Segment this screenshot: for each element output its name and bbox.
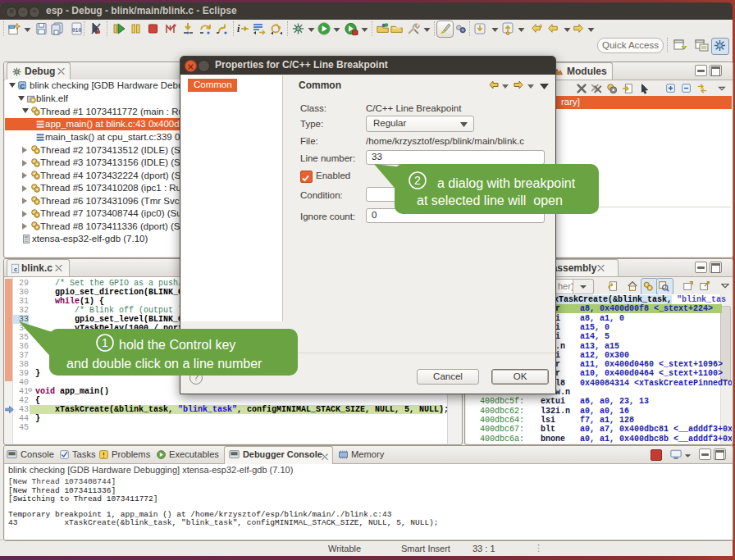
svg-text:010: 010 — [72, 28, 82, 34]
svg-text:and double click on a line num: and double click on a line number — [66, 357, 262, 371]
svg-text:hold the Control key: hold the Control key — [119, 338, 235, 352]
svg-text:a dialog with breakpoint: a dialog with breakpoint — [437, 176, 576, 190]
svg-text:c: c — [14, 266, 17, 273]
svg-text:i: i — [237, 23, 240, 34]
svg-text:o: o — [278, 25, 281, 30]
svg-text:2: 2 — [414, 174, 421, 187]
svg-text:1: 1 — [102, 336, 108, 349]
svg-text:C: C — [20, 82, 25, 89]
svg-text:at selected line will open: at selected line will open — [417, 193, 563, 207]
